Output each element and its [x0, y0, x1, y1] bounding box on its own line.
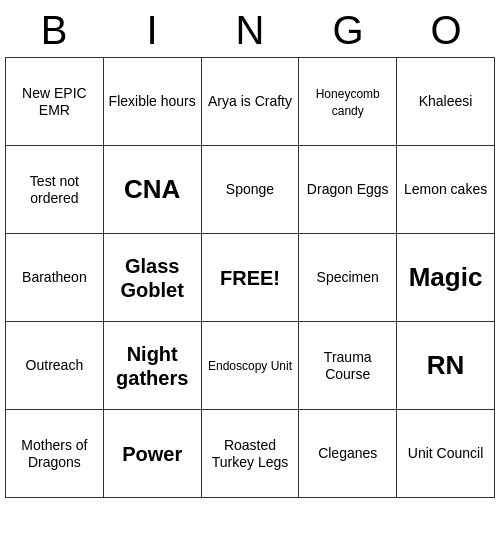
cell-r0-c4: Khaleesi: [397, 58, 495, 146]
cell-r1-c0: Test not ordered: [6, 146, 104, 234]
cell-r0-c1: Flexible hours: [103, 58, 201, 146]
letter-o: O: [406, 8, 486, 53]
letter-n: N: [210, 8, 290, 53]
cell-r3-c1: Night gathers: [103, 322, 201, 410]
cell-r3-c3: Trauma Course: [299, 322, 397, 410]
letter-g: G: [308, 8, 388, 53]
cell-r1-c3: Dragon Eggs: [299, 146, 397, 234]
letter-i: I: [112, 8, 192, 53]
cell-r4-c2: Roasted Turkey Legs: [201, 410, 299, 498]
cell-r1-c2: Sponge: [201, 146, 299, 234]
cell-r3-c2: Endoscopy Unit: [201, 322, 299, 410]
bingo-grid: New EPIC EMRFlexible hoursArya is Crafty…: [5, 57, 495, 498]
cell-r2-c0: Baratheon: [6, 234, 104, 322]
bingo-title: B I N G O: [5, 0, 495, 57]
cell-r3-c4: RN: [397, 322, 495, 410]
cell-r2-c4: Magic: [397, 234, 495, 322]
cell-r0-c0: New EPIC EMR: [6, 58, 104, 146]
cell-r1-c1: CNA: [103, 146, 201, 234]
cell-r3-c0: Outreach: [6, 322, 104, 410]
letter-b: B: [14, 8, 94, 53]
cell-r2-c2: FREE!: [201, 234, 299, 322]
cell-r4-c4: Unit Council: [397, 410, 495, 498]
cell-r1-c4: Lemon cakes: [397, 146, 495, 234]
cell-r4-c0: Mothers of Dragons: [6, 410, 104, 498]
cell-r0-c3: Honeycomb candy: [299, 58, 397, 146]
cell-r2-c1: Glass Goblet: [103, 234, 201, 322]
cell-r2-c3: Specimen: [299, 234, 397, 322]
cell-r4-c3: Cleganes: [299, 410, 397, 498]
cell-r4-c1: Power: [103, 410, 201, 498]
cell-r0-c2: Arya is Crafty: [201, 58, 299, 146]
